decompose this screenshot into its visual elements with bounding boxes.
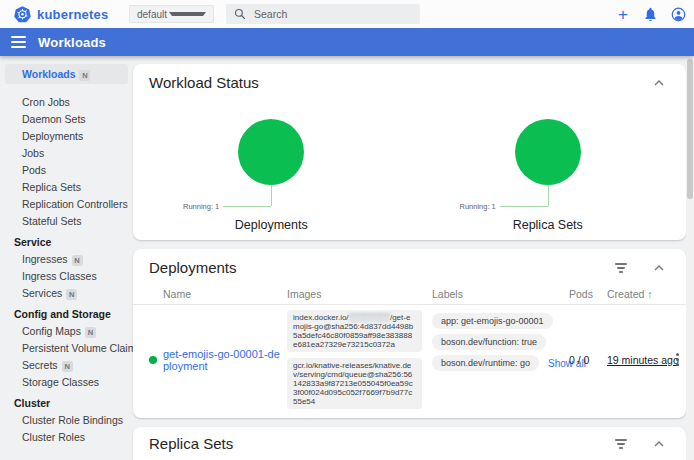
pie-annotation-connector: Running: 1 bbox=[410, 185, 687, 207]
chevron-up-icon bbox=[654, 80, 664, 86]
notifications-button[interactable] bbox=[644, 7, 657, 21]
page-scrollbar[interactable] bbox=[686, 56, 694, 460]
sidebar-item-replica-sets[interactable]: Replica Sets bbox=[0, 179, 133, 196]
namespaced-badge: N bbox=[62, 361, 73, 372]
sidebar-item-secrets[interactable]: SecretsN bbox=[0, 357, 133, 374]
running-count-label: Running: 1 bbox=[459, 202, 495, 211]
col-name[interactable]: Name bbox=[163, 288, 287, 300]
image-chip: gcr.io/knative-releases/knative.dev/serv… bbox=[287, 358, 422, 409]
bell-icon bbox=[644, 7, 657, 21]
sidebar-section-cluster: Cluster bbox=[0, 395, 133, 412]
sidebar-item-cluster-role-bindings[interactable]: Cluster Role Bindings bbox=[0, 412, 133, 429]
chevron-up-icon bbox=[654, 265, 664, 271]
deployments-pie-running bbox=[238, 119, 304, 185]
namespaced-badge: N bbox=[66, 289, 77, 300]
namespace-selected-value: default bbox=[137, 9, 169, 20]
namespaced-badge: N bbox=[79, 70, 90, 81]
replica-sets-status-chart: Running: 1 Replica Sets bbox=[410, 93, 687, 240]
user-icon bbox=[671, 7, 686, 22]
deployments-status-chart: Running: 1 Deployments bbox=[133, 93, 410, 240]
filter-icon[interactable] bbox=[612, 436, 630, 452]
col-created[interactable]: Created ↑ bbox=[607, 288, 671, 300]
create-resource-button[interactable]: + bbox=[616, 6, 630, 23]
page-title: Workloads bbox=[38, 35, 106, 50]
filter-icon[interactable] bbox=[612, 260, 630, 276]
scrollbar-thumb[interactable] bbox=[687, 59, 693, 199]
deployments-table-header: Name Images Labels Pods Created ↑ bbox=[133, 283, 686, 304]
sidebar-item-pods[interactable]: Pods bbox=[0, 162, 133, 179]
sidebar-item-cron-jobs[interactable]: Cron Jobs bbox=[0, 94, 133, 111]
status-running-dot bbox=[149, 356, 157, 364]
main-content: Workload Status Running: 1 Deployments bbox=[133, 56, 686, 460]
created-timestamp: 19 minutes ago bbox=[607, 354, 671, 366]
sidebar-item-persistent-volume-claims[interactable]: Persistent Volume ClaimsN bbox=[0, 340, 133, 357]
search-icon bbox=[234, 8, 246, 20]
workload-status-charts: Running: 1 Deployments Running: 1 Replic… bbox=[133, 93, 686, 240]
sidebar-item-jobs[interactable]: Jobs bbox=[0, 145, 133, 162]
chevron-down-icon bbox=[169, 12, 207, 16]
sidebar-item-cluster-roles[interactable]: Cluster Roles bbox=[0, 429, 133, 446]
hamburger-menu-icon[interactable] bbox=[11, 36, 26, 48]
image-chip: index.docker.io/▒▒▒▒▒▒▒▒/get-emojis-go@s… bbox=[287, 310, 422, 352]
deployments-title: Deployments bbox=[149, 258, 612, 278]
namespaced-badge: N bbox=[72, 255, 83, 266]
sidebar-nav: WorkloadsN Cron Jobs Daemon Sets Deploym… bbox=[0, 56, 133, 460]
labels-cell: app: get-emojis-go-00001 boson.dev/funct… bbox=[432, 310, 569, 409]
running-count-label: Running: 1 bbox=[183, 202, 219, 211]
pods-count: 0 / 0 bbox=[569, 354, 607, 366]
collapse-card-button[interactable] bbox=[652, 78, 666, 88]
profile-button[interactable] bbox=[671, 7, 686, 22]
kubernetes-dashboard: kubernetes default + bbox=[0, 0, 694, 460]
workload-status-title: Workload Status bbox=[149, 73, 652, 93]
app-header: kubernetes default + bbox=[0, 0, 694, 28]
chart-title-replica-sets: Replica Sets bbox=[410, 218, 687, 240]
sidebar-section-config-storage: Config and Storage bbox=[0, 306, 133, 323]
redacted-text: ▒▒▒▒▒▒▒▒ bbox=[349, 313, 390, 322]
sidebar-section-service: Service bbox=[0, 234, 133, 251]
replica-sets-table-header: Name Images Labels Pods Created ↑ bbox=[133, 456, 686, 460]
sidebar-item-deployments[interactable]: Deployments bbox=[0, 128, 133, 145]
collapse-card-button[interactable] bbox=[652, 439, 666, 449]
label-chip: app: get-emojis-go-00001 bbox=[432, 313, 553, 329]
workload-status-card: Workload Status Running: 1 Deployments bbox=[133, 64, 686, 240]
sidebar-item-ingresses[interactable]: IngressesN bbox=[0, 251, 133, 268]
col-pods[interactable]: Pods bbox=[569, 288, 607, 300]
sidebar-item-workloads[interactable]: WorkloadsN bbox=[5, 64, 128, 84]
sidebar-item-services[interactable]: ServicesN bbox=[0, 285, 133, 302]
sidebar-item-daemon-sets[interactable]: Daemon Sets bbox=[0, 111, 133, 128]
brand-wordmark: kubernetes bbox=[37, 7, 108, 22]
deployment-row: get-emojis-go-00001-deployment index.doc… bbox=[133, 305, 686, 418]
page-toolbar: Workloads bbox=[0, 28, 694, 56]
row-menu-kebab-icon[interactable] bbox=[671, 350, 684, 369]
images-cell: index.docker.io/▒▒▒▒▒▒▒▒/get-emojis-go@s… bbox=[287, 310, 432, 409]
deployment-name-link[interactable]: get-emojis-go-00001-deployment bbox=[163, 348, 287, 372]
label-chip: boson.dev/runtime: go bbox=[432, 355, 539, 371]
chart-title-deployments: Deployments bbox=[133, 218, 410, 240]
sidebar-item-stateful-sets[interactable]: Stateful Sets bbox=[0, 213, 133, 230]
namespace-selector[interactable]: default bbox=[129, 5, 214, 23]
sort-asc-icon: ↑ bbox=[647, 288, 652, 300]
kubernetes-helm-icon bbox=[14, 6, 31, 23]
col-labels[interactable]: Labels bbox=[432, 288, 569, 300]
search-input[interactable] bbox=[254, 8, 394, 20]
kubernetes-logo[interactable]: kubernetes bbox=[14, 6, 108, 23]
namespaced-badge: N bbox=[85, 327, 96, 338]
sidebar-item-replication-controllers[interactable]: Replication Controllers bbox=[0, 196, 133, 213]
replica-sets-card: Replica Sets Name Images Labels Pods Cre… bbox=[133, 427, 686, 460]
pie-annotation-connector: Running: 1 bbox=[133, 185, 410, 207]
sidebar-item-storage-classes[interactable]: Storage Classes bbox=[0, 374, 133, 391]
collapse-card-button[interactable] bbox=[652, 263, 666, 273]
replica-sets-title: Replica Sets bbox=[149, 434, 612, 454]
col-images[interactable]: Images bbox=[287, 288, 432, 300]
replica-sets-pie-running bbox=[515, 119, 581, 185]
sidebar-item-config-maps[interactable]: Config MapsN bbox=[0, 323, 133, 340]
chevron-up-icon bbox=[654, 441, 664, 447]
header-actions: + bbox=[616, 0, 686, 28]
global-search[interactable] bbox=[226, 4, 420, 24]
label-chip: boson.dev/function: true bbox=[432, 334, 546, 350]
sidebar-item-ingress-classes[interactable]: Ingress Classes bbox=[0, 268, 133, 285]
deployments-card: Deployments Name Images Labels Pods Crea… bbox=[133, 249, 686, 418]
